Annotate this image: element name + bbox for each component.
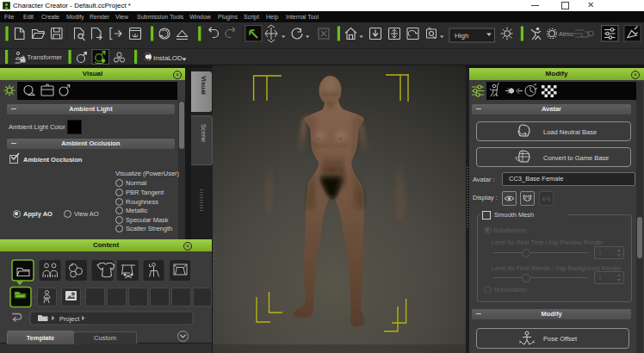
svg-text:Atmo:: Atmo: (559, 31, 574, 37)
svg-text:InstaLOD: InstaLOD (153, 54, 183, 62)
svg-text:High: High (455, 32, 468, 40)
svg-text:Project: Project (59, 315, 80, 323)
svg-text:Transformer: Transformer (28, 53, 63, 61)
